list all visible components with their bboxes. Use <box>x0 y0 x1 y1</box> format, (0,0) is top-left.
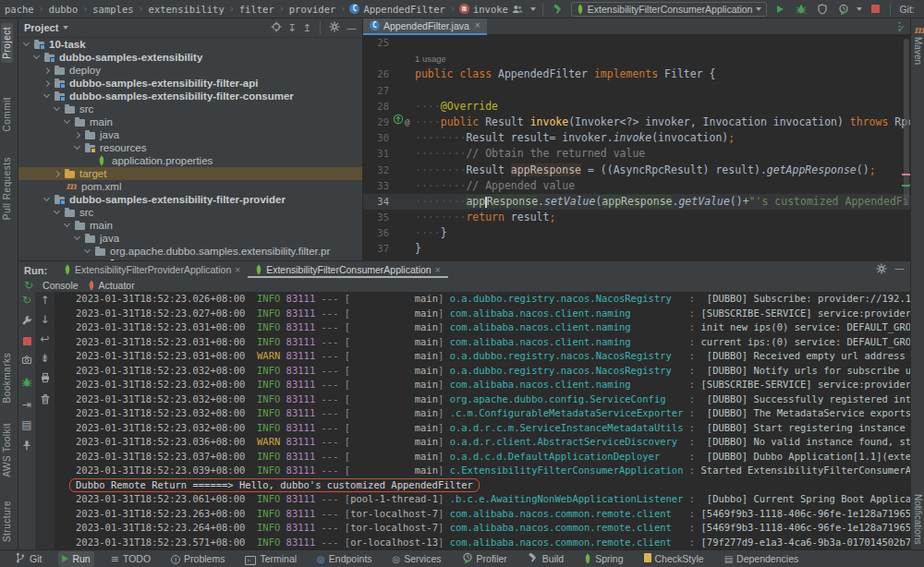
locate-file-icon[interactable] <box>271 21 282 34</box>
statusbar-item-services[interactable]: ◎Services <box>389 551 445 567</box>
code-line[interactable]: 30········Result result= invoker.invoke(… <box>363 130 910 146</box>
chevron-right-icon[interactable] <box>43 66 50 73</box>
coverage-button[interactable] <box>814 2 831 17</box>
code-line[interactable]: 1 usage <box>363 51 910 66</box>
stripe-commit-button[interactable]: Commit <box>2 97 12 131</box>
code-line[interactable]: 29@····public Result invoke(Invoker<?> i… <box>363 115 910 130</box>
code-line[interactable]: 26public class AppendedFilter implements… <box>363 66 910 82</box>
code-line[interactable]: 31········// Obtain the returned value <box>363 146 910 162</box>
override-gutter-icon[interactable] <box>393 114 404 130</box>
stripe-project-button[interactable]: Project <box>1 23 13 63</box>
exit-icon[interactable]: ⇥ <box>22 399 31 410</box>
options-gear-icon[interactable] <box>329 21 340 34</box>
soft-wrap-icon[interactable]: ↩ <box>40 333 49 344</box>
chevron-down-icon[interactable] <box>857 7 862 11</box>
run-tab-provider[interactable]: ExtensibilityFilterProviderApplication × <box>56 264 248 278</box>
tree-row[interactable]: org.apache.dubbo.samples.extensibility.f… <box>18 245 362 258</box>
statusbar-item-run[interactable]: Run <box>58 551 93 567</box>
profiler-button[interactable] <box>835 2 852 17</box>
tree-row[interactable]: target <box>18 167 362 180</box>
close-icon[interactable]: × <box>475 20 480 30</box>
tree-row[interactable]: src <box>18 206 362 219</box>
tree-row[interactable]: dubbo-samples-extensibility-filter-api <box>18 77 362 90</box>
stripe-notifications-button[interactable]: Notifications <box>913 494 923 544</box>
code-editor[interactable]: 251 usage26public class AppendedFilter i… <box>363 35 910 260</box>
tree-row[interactable]: 10-task <box>18 38 362 51</box>
run-tab-consumer[interactable]: ExtensibilityFilterConsumerApplication × <box>248 264 447 278</box>
statusbar-item-spring[interactable]: Spring <box>580 551 626 567</box>
inspections-ok-icon[interactable]: ✓ <box>897 23 906 35</box>
breadcrumb-item[interactable]: extensibility <box>148 4 225 15</box>
code-line[interactable]: 37} <box>363 241 910 257</box>
code-line[interactable]: 27 <box>363 83 910 99</box>
run-configuration-select[interactable]: ExtensibilityFilterConsumerApplication <box>571 2 768 17</box>
close-icon[interactable]: × <box>235 265 240 275</box>
statusbar-item-dependencies[interactable]: ▤Dependencies <box>721 551 803 567</box>
tab-console[interactable]: Console <box>43 280 79 291</box>
statusbar-item-terminal[interactable]: >_Terminal <box>241 551 300 567</box>
chevron-down-icon[interactable] <box>23 40 30 46</box>
breadcrumb-item[interactable]: filter <box>238 4 275 15</box>
tree-row[interactable]: src <box>18 103 362 115</box>
breadcrumb-item[interactable]: dubbo <box>48 4 79 15</box>
tree-row[interactable]: mpom.xml <box>18 180 362 193</box>
breadcrumb-item-class[interactable]: AppendedFilter <box>362 4 446 15</box>
chevron-down-icon[interactable] <box>33 53 40 59</box>
statusbar-item-build[interactable]: Build <box>524 551 567 567</box>
statusbar-item-todo[interactable]: ≡TODO <box>107 551 154 567</box>
collapse-all-icon[interactable]: ↥ <box>303 23 311 33</box>
editor-scrollbar[interactable] <box>904 39 909 205</box>
breadcrumb-item[interactable]: pache <box>4 4 35 15</box>
stripe-pull-requests-button[interactable]: Pull Requests <box>2 157 12 220</box>
build-hammer-icon[interactable] <box>550 2 566 17</box>
chevron-down-icon[interactable] <box>54 208 60 214</box>
statusbar-item-endpoints[interactable]: ◎Endpoints <box>313 551 375 567</box>
code-line[interactable]: 25 <box>363 35 910 51</box>
tree-row[interactable]: deploy <box>18 64 362 77</box>
code-with-me-users-icon[interactable] <box>509 2 526 17</box>
stop-button[interactable] <box>867 2 883 17</box>
stripe-bookmarks-button[interactable]: Bookmarks <box>2 353 12 404</box>
print-icon[interactable] <box>40 372 51 385</box>
code-line[interactable]: 28····@Override <box>363 99 910 115</box>
stripe-aws-toolkit-button[interactable]: AWS Toolkit <box>2 423 12 477</box>
usages-inlay-hint[interactable]: 1 usage <box>415 54 446 64</box>
hide-panel-icon[interactable]: — <box>894 263 905 276</box>
chevron-down-icon[interactable] <box>530 7 536 11</box>
layout-icon[interactable]: ▤ <box>21 419 31 430</box>
debug-button[interactable] <box>793 2 809 17</box>
breadcrumb-item[interactable]: samples <box>91 4 134 15</box>
up-stack-trace-icon[interactable]: ↑ <box>40 295 49 306</box>
tree-row[interactable]: dubbo-samples-extensibility-filter-provi… <box>18 193 362 206</box>
console-output[interactable]: 2023-01-31T18:52:23.026+08:00 INFO 83111… <box>55 292 910 549</box>
rerun-icon[interactable]: ↻ <box>24 280 33 291</box>
tree-row[interactable]: java <box>18 128 362 141</box>
chevron-down-icon[interactable] <box>54 104 60 111</box>
chevron-right-icon[interactable] <box>74 131 80 138</box>
code-line[interactable]: 34········appResponse.setValue(appRespon… <box>363 194 910 210</box>
project-panel-title[interactable]: Project <box>24 22 68 33</box>
code-line[interactable]: 33········// Appended value <box>363 178 910 194</box>
tab-actuator[interactable]: Actuator <box>88 280 135 291</box>
expand-all-icon[interactable]: ↧ <box>288 23 297 33</box>
thread-dump-camera-icon[interactable] <box>21 355 32 368</box>
restart-spring-icon[interactable] <box>21 377 32 390</box>
chevron-down-icon[interactable] <box>74 143 80 150</box>
statusbar-item-profiler[interactable]: Profiler <box>458 551 511 567</box>
chevron-down-icon[interactable] <box>43 195 50 201</box>
breadcrumb-item[interactable]: provider <box>288 4 337 15</box>
chevron-down-icon[interactable] <box>64 117 70 124</box>
tree-row[interactable]: application.properties <box>18 154 362 167</box>
chevron-down-icon[interactable] <box>84 247 91 253</box>
tree-row[interactable]: main <box>18 219 362 232</box>
chevron-right-icon[interactable] <box>54 170 60 176</box>
tree-row[interactable]: main <box>18 115 362 128</box>
statusbar-item-problems[interactable]: !Problems <box>167 551 228 567</box>
statusbar-item-checkstyle[interactable]: CheckStyle <box>640 551 708 567</box>
chevron-down-icon[interactable] <box>43 91 50 98</box>
tree-row[interactable]: java <box>18 232 362 245</box>
edit-configuration-wrench-icon[interactable] <box>21 315 32 328</box>
code-line[interactable]: 35········return result; <box>363 210 910 225</box>
statusbar-item-git[interactable]: Git <box>11 551 45 567</box>
hide-panel-icon[interactable]: — <box>346 23 357 33</box>
